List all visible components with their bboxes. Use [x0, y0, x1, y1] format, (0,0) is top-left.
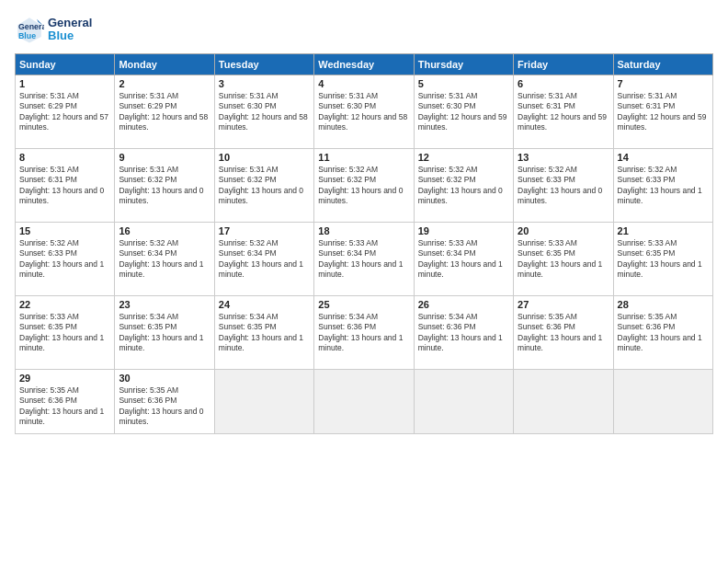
- day-info: Sunrise: 5:31 AMSunset: 6:31 PMDaylight:…: [618, 91, 709, 133]
- day-info: Sunrise: 5:31 AMSunset: 6:30 PMDaylight:…: [418, 91, 509, 133]
- calendar-cell: 27 Sunrise: 5:35 AMSunset: 6:36 PMDaylig…: [514, 296, 613, 370]
- calendar-cell: 23 Sunrise: 5:34 AMSunset: 6:35 PMDaylig…: [115, 296, 214, 370]
- calendar-cell: [514, 370, 613, 434]
- day-info: Sunrise: 5:35 AMSunset: 6:36 PMDaylight:…: [19, 385, 110, 428]
- calendar-cell: 18 Sunrise: 5:33 AMSunset: 6:34 PMDaylig…: [314, 223, 414, 296]
- day-number: 13: [518, 152, 609, 163]
- day-number: 21: [618, 225, 709, 236]
- day-info: Sunrise: 5:31 AMSunset: 6:31 PMDaylight:…: [19, 165, 110, 207]
- day-number: 17: [219, 225, 310, 236]
- header: General Blue General Blue: [15, 15, 713, 44]
- calendar-cell: 11 Sunrise: 5:32 AMSunset: 6:32 PMDaylig…: [314, 149, 414, 223]
- calendar-cell: 5 Sunrise: 5:31 AMSunset: 6:30 PMDayligh…: [414, 75, 513, 149]
- day-info: Sunrise: 5:31 AMSunset: 6:30 PMDaylight:…: [318, 91, 409, 133]
- day-info: Sunrise: 5:31 AMSunset: 6:29 PMDaylight:…: [19, 91, 110, 133]
- day-number: 19: [418, 225, 509, 236]
- calendar-header-sunday: Sunday: [16, 54, 115, 75]
- calendar-cell: 8 Sunrise: 5:31 AMSunset: 6:31 PMDayligh…: [16, 149, 115, 223]
- day-number: 4: [318, 78, 409, 89]
- calendar-cell: 21 Sunrise: 5:33 AMSunset: 6:35 PMDaylig…: [613, 223, 712, 296]
- calendar-cell: 10 Sunrise: 5:31 AMSunset: 6:32 PMDaylig…: [214, 149, 313, 223]
- day-info: Sunrise: 5:35 AMSunset: 6:36 PMDaylight:…: [618, 312, 709, 354]
- day-number: 29: [19, 373, 110, 384]
- day-number: 14: [618, 152, 709, 163]
- day-info: Sunrise: 5:31 AMSunset: 6:31 PMDaylight:…: [518, 91, 609, 133]
- day-info: Sunrise: 5:32 AMSunset: 6:32 PMDaylight:…: [318, 165, 409, 207]
- calendar-cell: 3 Sunrise: 5:31 AMSunset: 6:30 PMDayligh…: [214, 75, 313, 149]
- calendar-cell: [414, 370, 513, 434]
- day-info: Sunrise: 5:31 AMSunset: 6:29 PMDaylight:…: [119, 91, 210, 133]
- calendar-cell: 4 Sunrise: 5:31 AMSunset: 6:30 PMDayligh…: [314, 75, 414, 149]
- calendar-header-tuesday: Tuesday: [214, 54, 313, 75]
- day-number: 9: [119, 152, 210, 163]
- calendar-cell: 25 Sunrise: 5:34 AMSunset: 6:36 PMDaylig…: [314, 296, 414, 370]
- day-info: Sunrise: 5:33 AMSunset: 6:35 PMDaylight:…: [618, 238, 709, 281]
- logo-icon: General Blue: [15, 15, 44, 44]
- calendar: SundayMondayTuesdayWednesdayThursdayFrid…: [15, 53, 713, 434]
- calendar-cell: 7 Sunrise: 5:31 AMSunset: 6:31 PMDayligh…: [613, 75, 712, 149]
- day-info: Sunrise: 5:32 AMSunset: 6:34 PMDaylight:…: [119, 238, 210, 281]
- day-number: 16: [119, 225, 210, 236]
- day-number: 8: [19, 152, 110, 163]
- day-info: Sunrise: 5:35 AMSunset: 6:36 PMDaylight:…: [119, 385, 210, 428]
- svg-text:General: General: [18, 22, 44, 31]
- page: General Blue General Blue SundayMondayTu…: [0, 0, 728, 563]
- day-number: 2: [119, 78, 210, 89]
- day-number: 7: [618, 78, 709, 89]
- calendar-cell: 15 Sunrise: 5:32 AMSunset: 6:33 PMDaylig…: [16, 223, 115, 296]
- calendar-header-row: SundayMondayTuesdayWednesdayThursdayFrid…: [16, 54, 713, 75]
- day-number: 1: [19, 78, 110, 89]
- day-number: 11: [318, 152, 409, 163]
- day-number: 27: [518, 299, 609, 310]
- calendar-cell: 16 Sunrise: 5:32 AMSunset: 6:34 PMDaylig…: [115, 223, 214, 296]
- day-number: 25: [318, 299, 409, 310]
- calendar-header-monday: Monday: [115, 54, 214, 75]
- calendar-header-friday: Friday: [514, 54, 613, 75]
- calendar-cell: 28 Sunrise: 5:35 AMSunset: 6:36 PMDaylig…: [613, 296, 712, 370]
- day-info: Sunrise: 5:31 AMSunset: 6:32 PMDaylight:…: [219, 165, 310, 207]
- calendar-cell: 30 Sunrise: 5:35 AMSunset: 6:36 PMDaylig…: [115, 370, 214, 434]
- logo-line1: General: [48, 17, 92, 29]
- day-info: Sunrise: 5:35 AMSunset: 6:36 PMDaylight:…: [518, 312, 609, 354]
- day-number: 22: [19, 299, 110, 310]
- calendar-cell: 20 Sunrise: 5:33 AMSunset: 6:35 PMDaylig…: [514, 223, 613, 296]
- day-number: 20: [518, 225, 609, 236]
- day-info: Sunrise: 5:33 AMSunset: 6:34 PMDaylight:…: [318, 238, 409, 281]
- day-number: 15: [19, 225, 110, 236]
- calendar-cell: 17 Sunrise: 5:32 AMSunset: 6:34 PMDaylig…: [214, 223, 313, 296]
- day-number: 6: [518, 78, 609, 89]
- calendar-header-saturday: Saturday: [613, 54, 712, 75]
- calendar-cell: 2 Sunrise: 5:31 AMSunset: 6:29 PMDayligh…: [115, 75, 214, 149]
- day-info: Sunrise: 5:33 AMSunset: 6:35 PMDaylight:…: [518, 238, 609, 281]
- day-info: Sunrise: 5:33 AMSunset: 6:34 PMDaylight:…: [418, 238, 509, 281]
- day-info: Sunrise: 5:32 AMSunset: 6:33 PMDaylight:…: [618, 165, 709, 207]
- calendar-header-thursday: Thursday: [414, 54, 513, 75]
- logo: General Blue General Blue: [15, 15, 92, 44]
- calendar-cell: [613, 370, 712, 434]
- calendar-cell: 29 Sunrise: 5:35 AMSunset: 6:36 PMDaylig…: [16, 370, 115, 434]
- day-info: Sunrise: 5:34 AMSunset: 6:36 PMDaylight:…: [418, 312, 509, 354]
- day-info: Sunrise: 5:34 AMSunset: 6:35 PMDaylight:…: [219, 312, 310, 354]
- calendar-cell: 26 Sunrise: 5:34 AMSunset: 6:36 PMDaylig…: [414, 296, 513, 370]
- calendar-cell: 19 Sunrise: 5:33 AMSunset: 6:34 PMDaylig…: [414, 223, 513, 296]
- day-info: Sunrise: 5:31 AMSunset: 6:30 PMDaylight:…: [219, 91, 310, 133]
- day-info: Sunrise: 5:33 AMSunset: 6:35 PMDaylight:…: [19, 312, 110, 354]
- day-number: 5: [418, 78, 509, 89]
- calendar-cell: 6 Sunrise: 5:31 AMSunset: 6:31 PMDayligh…: [514, 75, 613, 149]
- day-number: 12: [418, 152, 509, 163]
- day-number: 3: [219, 78, 310, 89]
- calendar-cell: [214, 370, 313, 434]
- calendar-header-wednesday: Wednesday: [314, 54, 414, 75]
- day-info: Sunrise: 5:32 AMSunset: 6:32 PMDaylight:…: [418, 165, 509, 207]
- day-number: 26: [418, 299, 509, 310]
- calendar-cell: 13 Sunrise: 5:32 AMSunset: 6:33 PMDaylig…: [514, 149, 613, 223]
- calendar-cell: 9 Sunrise: 5:31 AMSunset: 6:32 PMDayligh…: [115, 149, 214, 223]
- calendar-cell: 24 Sunrise: 5:34 AMSunset: 6:35 PMDaylig…: [214, 296, 313, 370]
- day-number: 24: [219, 299, 310, 310]
- day-info: Sunrise: 5:32 AMSunset: 6:34 PMDaylight:…: [219, 238, 310, 281]
- logo-line2: Blue: [48, 29, 92, 42]
- calendar-cell: 14 Sunrise: 5:32 AMSunset: 6:33 PMDaylig…: [613, 149, 712, 223]
- day-number: 28: [618, 299, 709, 310]
- day-info: Sunrise: 5:34 AMSunset: 6:35 PMDaylight:…: [119, 312, 210, 354]
- day-number: 10: [219, 152, 310, 163]
